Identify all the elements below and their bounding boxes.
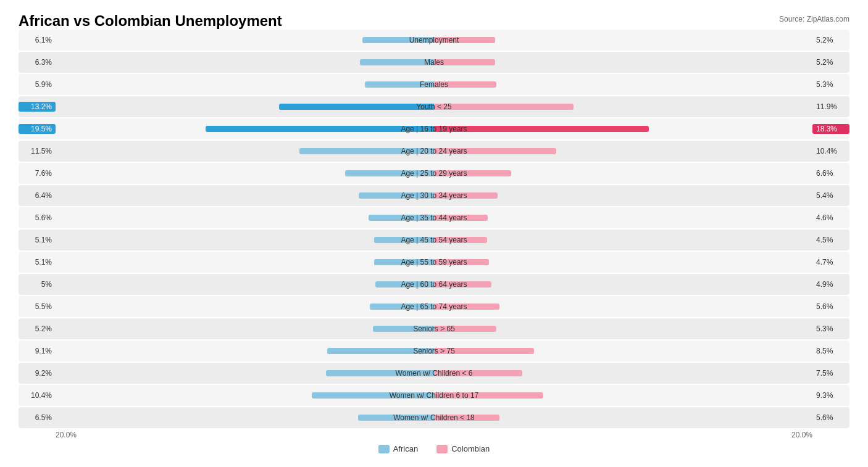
- bar-label: Women w/ Children 6 to 17: [387, 391, 482, 400]
- left-value: 6.4%: [19, 191, 56, 200]
- right-value: 9.3%: [812, 391, 849, 400]
- chart-row: 11.5% Age | 20 to 24 years 10.4%: [19, 141, 849, 162]
- bar-label: Females: [417, 80, 451, 89]
- left-value: 19.5%: [19, 124, 56, 134]
- chart-row: 6.3% Males 5.2%: [19, 52, 849, 73]
- left-value: 6.3%: [19, 57, 56, 67]
- chart-row: 5.1% Age | 45 to 54 years 4.5%: [19, 229, 849, 250]
- left-value: 10.4%: [19, 391, 56, 400]
- right-value: 4.5%: [812, 235, 849, 245]
- right-value: 8.5%: [812, 346, 849, 356]
- bars-area: Age | 60 to 64 years: [56, 276, 812, 293]
- legend-item: Colombian: [436, 444, 490, 453]
- bar-label: Women w/ Children < 6: [393, 369, 475, 378]
- bars-area: Women w/ Children < 6: [56, 365, 812, 382]
- bar-label: Age | 20 to 24 years: [398, 147, 469, 155]
- bar-label: Seniors > 65: [411, 324, 457, 333]
- source-label: Source: ZipAtlas.com: [779, 15, 849, 23]
- bars-area: Age | 45 to 54 years: [56, 231, 812, 249]
- bar-label: Age | 65 to 74 years: [398, 302, 469, 311]
- left-value: 13.2%: [19, 102, 56, 112]
- bars-area: Age | 35 to 44 years: [56, 209, 812, 226]
- bars-area: Unemployment: [56, 31, 812, 49]
- left-value: 5.1%: [19, 235, 56, 245]
- bars-area: Youth < 25: [56, 98, 812, 115]
- bars-area: Females: [56, 76, 812, 93]
- chart-title: African vs Colombian Unemployment: [19, 12, 282, 30]
- bar-right: [434, 104, 574, 110]
- right-value: 6.6%: [812, 168, 849, 178]
- right-value: 5.6%: [812, 413, 849, 423]
- left-value: 5.6%: [19, 213, 56, 223]
- left-value: 5.2%: [19, 324, 56, 334]
- bars-area: Seniors > 75: [56, 342, 812, 360]
- chart-row: 9.2% Women w/ Children < 6 7.5%: [19, 363, 849, 384]
- left-value: 6.1%: [19, 35, 56, 45]
- right-value: 7.5%: [812, 368, 849, 378]
- bar-label: Age | 25 to 29 years: [398, 169, 469, 178]
- left-value: 7.6%: [19, 168, 56, 178]
- bar-label: Unemployment: [407, 36, 462, 44]
- chart-row: 5.1% Age | 55 to 59 years 4.7%: [19, 252, 849, 273]
- legend-item: African: [378, 444, 418, 453]
- axis-labels: 20.0% 20.0%: [19, 431, 849, 439]
- bar-label: Seniors > 75: [411, 347, 457, 355]
- legend-label: African: [393, 444, 418, 453]
- right-value: 5.4%: [812, 191, 849, 200]
- bars-area: Seniors > 65: [56, 320, 812, 337]
- chart-row: 19.5% Age | 16 to 19 years 18.3%: [19, 118, 849, 139]
- axis-left: 20.0%: [56, 431, 77, 439]
- right-value: 5.2%: [812, 57, 849, 67]
- left-value: 9.1%: [19, 346, 56, 356]
- left-value: 11.5%: [19, 146, 56, 156]
- legend: African Colombian: [19, 444, 849, 453]
- right-value: 4.9%: [812, 279, 849, 289]
- chart-area: 6.1% Unemployment 5.2% 6.3%: [19, 30, 849, 428]
- bar-label: Women w/ Children < 18: [391, 413, 477, 422]
- chart-row: 6.4% Age | 30 to 34 years 5.4%: [19, 185, 849, 206]
- bars-area: Age | 25 to 29 years: [56, 165, 812, 182]
- bars-area: Age | 65 to 74 years: [56, 298, 812, 315]
- right-value: 18.3%: [812, 124, 849, 134]
- chart-row: 6.5% Women w/ Children < 18 5.6%: [19, 407, 849, 428]
- legend-swatch: [436, 445, 448, 453]
- bar-label: Age | 16 to 19 years: [398, 125, 469, 133]
- chart-row: 9.1% Seniors > 75 8.5%: [19, 341, 849, 362]
- chart-row: 5% Age | 60 to 64 years 4.9%: [19, 274, 849, 295]
- chart-row: 10.4% Women w/ Children 6 to 17 9.3%: [19, 385, 849, 406]
- right-value: 5.2%: [812, 35, 849, 45]
- right-value: 10.4%: [812, 146, 849, 156]
- bar-label: Males: [422, 58, 446, 67]
- chart-row: 6.1% Unemployment 5.2%: [19, 30, 849, 51]
- bars-area: Age | 30 to 34 years: [56, 187, 812, 204]
- chart-row: 7.6% Age | 25 to 29 years 6.6%: [19, 163, 849, 184]
- bar-label: Age | 30 to 34 years: [398, 191, 469, 200]
- bar-label: Age | 55 to 59 years: [398, 258, 469, 267]
- chart-row: 13.2% Youth < 25 11.9%: [19, 96, 849, 117]
- bars-area: Women w/ Children 6 to 17: [56, 387, 812, 404]
- legend-label: Colombian: [451, 444, 490, 453]
- bars-area: Age | 16 to 19 years: [56, 120, 812, 138]
- chart-wrapper: African vs Colombian Unemployment Source…: [19, 12, 849, 453]
- axis-right: 20.0%: [791, 431, 812, 439]
- chart-row: 5.6% Age | 35 to 44 years 4.6%: [19, 207, 849, 228]
- left-value: 9.2%: [19, 368, 56, 378]
- right-value: 4.6%: [812, 213, 849, 223]
- bars-area: Age | 20 to 24 years: [56, 143, 812, 160]
- left-value: 6.5%: [19, 413, 56, 423]
- chart-row: 5.2% Seniors > 65 5.3%: [19, 318, 849, 339]
- bar-label: Youth < 25: [414, 102, 454, 111]
- right-value: 4.7%: [812, 257, 849, 267]
- left-value: 5.9%: [19, 80, 56, 89]
- legend-swatch: [378, 445, 390, 453]
- bar-label: Age | 60 to 64 years: [398, 280, 469, 289]
- bars-area: Age | 55 to 59 years: [56, 254, 812, 271]
- left-value: 5.1%: [19, 257, 56, 267]
- bar-left: [279, 104, 434, 110]
- right-value: 11.9%: [812, 102, 849, 112]
- bar-label: Age | 35 to 44 years: [398, 213, 469, 222]
- left-value: 5.5%: [19, 302, 56, 312]
- bar-label: Age | 45 to 54 years: [398, 236, 469, 244]
- bars-area: Males: [56, 54, 812, 71]
- right-value: 5.6%: [812, 302, 849, 312]
